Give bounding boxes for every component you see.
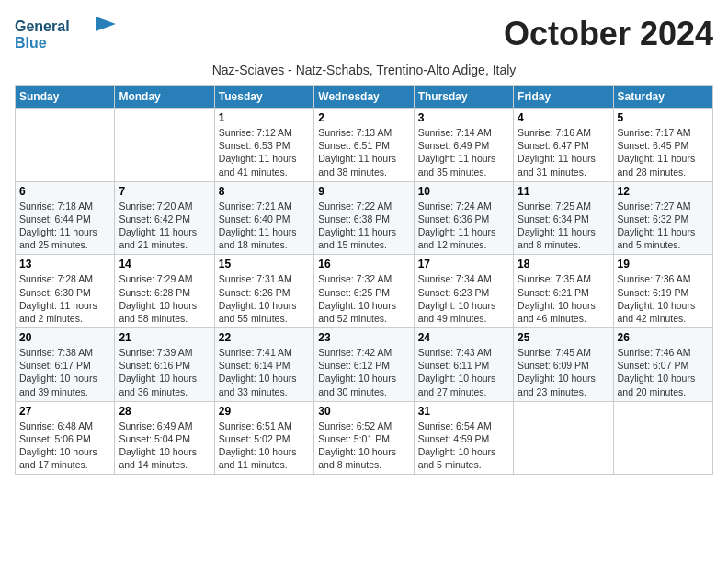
day-number: 25 [518,331,609,344]
calendar-cell: 6Sunrise: 7:18 AMSunset: 6:44 PMDaylight… [16,181,115,255]
day-number: 13 [19,258,110,270]
day-number: 7 [119,185,210,198]
day-detail: Sunrise: 7:17 AMSunset: 6:45 PMDaylight:… [618,126,709,178]
day-detail: Sunrise: 6:52 AMSunset: 5:01 PMDaylight:… [318,419,409,472]
day-number: 12 [618,185,709,198]
calendar-cell: 10Sunrise: 7:24 AMSunset: 6:36 PMDayligh… [414,181,513,255]
day-number: 18 [518,258,609,270]
calendar-cell: 28Sunrise: 6:49 AMSunset: 5:04 PMDayligh… [115,401,214,475]
calendar-cell: 9Sunrise: 7:22 AMSunset: 6:38 PMDaylight… [314,181,414,255]
calendar-cell: 19Sunrise: 7:36 AMSunset: 6:19 PMDayligh… [613,255,712,328]
calendar-cell: 1Sunrise: 7:12 AMSunset: 6:53 PMDaylight… [214,109,313,182]
day-detail: Sunrise: 6:49 AMSunset: 5:04 PMDaylight:… [119,419,210,472]
day-number: 26 [618,331,709,344]
calendar-cell: 4Sunrise: 7:16 AMSunset: 6:47 PMDaylight… [514,109,613,182]
svg-marker-1 [96,17,116,31]
subtitle: Naz-Sciaves - Natz-Schabs, Trentino-Alto… [15,63,713,77]
day-detail: Sunrise: 7:38 AMSunset: 6:17 PMDaylight:… [19,346,110,398]
day-number: 28 [119,405,210,418]
calendar-cell: 12Sunrise: 7:27 AMSunset: 6:32 PMDayligh… [613,181,712,255]
day-detail: Sunrise: 7:14 AMSunset: 6:49 PMDaylight:… [418,126,509,178]
day-detail: Sunrise: 6:51 AMSunset: 5:02 PMDaylight:… [219,419,310,472]
day-of-week-header: Wednesday [314,86,414,109]
calendar-cell: 18Sunrise: 7:35 AMSunset: 6:21 PMDayligh… [514,255,613,328]
day-number: 10 [418,185,509,198]
calendar-cell: 13Sunrise: 7:28 AMSunset: 6:30 PMDayligh… [16,255,115,328]
header: General Blue October 2024 [15,15,713,59]
day-detail: Sunrise: 7:27 AMSunset: 6:32 PMDaylight:… [618,200,709,252]
day-of-week-header: Thursday [414,86,513,109]
calendar-cell: 27Sunrise: 6:48 AMSunset: 5:06 PMDayligh… [16,401,115,475]
day-number: 21 [119,331,210,344]
day-detail: Sunrise: 7:28 AMSunset: 6:30 PMDaylight:… [19,272,110,325]
calendar-cell: 14Sunrise: 7:29 AMSunset: 6:28 PMDayligh… [115,255,214,328]
day-detail: Sunrise: 7:18 AMSunset: 6:44 PMDaylight:… [19,200,110,252]
day-detail: Sunrise: 6:48 AMSunset: 5:06 PMDaylight:… [19,419,110,472]
day-number: 20 [19,331,110,344]
day-number: 27 [19,405,110,418]
calendar-cell: 11Sunrise: 7:25 AMSunset: 6:34 PMDayligh… [514,181,613,255]
calendar-cell: 20Sunrise: 7:38 AMSunset: 6:17 PMDayligh… [16,328,115,402]
day-number: 24 [418,331,509,344]
day-detail: Sunrise: 7:29 AMSunset: 6:28 PMDaylight:… [119,272,210,325]
day-detail: Sunrise: 7:32 AMSunset: 6:25 PMDaylight:… [318,272,409,325]
calendar-cell: 16Sunrise: 7:32 AMSunset: 6:25 PMDayligh… [314,255,414,328]
day-number: 19 [618,258,709,270]
day-detail: Sunrise: 7:39 AMSunset: 6:16 PMDaylight:… [119,346,210,398]
svg-text:Blue: Blue [15,35,47,51]
day-detail: Sunrise: 7:22 AMSunset: 6:38 PMDaylight:… [318,200,409,252]
day-detail: Sunrise: 7:43 AMSunset: 6:11 PMDaylight:… [418,346,509,398]
day-detail: Sunrise: 7:41 AMSunset: 6:14 PMDaylight:… [219,346,310,398]
day-detail: Sunrise: 7:20 AMSunset: 6:42 PMDaylight:… [119,200,210,252]
day-of-week-header: Sunday [16,86,115,109]
day-detail: Sunrise: 7:34 AMSunset: 6:23 PMDaylight:… [418,272,509,325]
day-number: 9 [318,185,409,198]
day-detail: Sunrise: 7:42 AMSunset: 6:12 PMDaylight:… [318,346,409,398]
day-number: 14 [119,258,210,270]
day-number: 31 [418,405,509,418]
day-number: 2 [318,111,409,124]
day-number: 5 [618,111,709,124]
calendar-cell: 22Sunrise: 7:41 AMSunset: 6:14 PMDayligh… [214,328,313,402]
day-number: 17 [418,258,509,270]
calendar-cell: 3Sunrise: 7:14 AMSunset: 6:49 PMDaylight… [414,109,513,182]
day-of-week-header: Friday [514,86,613,109]
day-detail: Sunrise: 7:35 AMSunset: 6:21 PMDaylight:… [518,272,609,325]
calendar-cell [115,109,214,182]
calendar-cell: 25Sunrise: 7:45 AMSunset: 6:09 PMDayligh… [514,328,613,402]
day-number: 16 [318,258,409,270]
day-detail: Sunrise: 7:31 AMSunset: 6:26 PMDaylight:… [219,272,310,325]
day-of-week-header: Monday [115,86,214,109]
calendar-cell: 31Sunrise: 6:54 AMSunset: 4:59 PMDayligh… [414,401,513,475]
logo: General Blue [15,15,116,59]
day-number: 23 [318,331,409,344]
day-detail: Sunrise: 7:12 AMSunset: 6:53 PMDaylight:… [219,126,310,178]
day-number: 1 [219,111,310,124]
day-of-week-header: Tuesday [214,86,313,109]
calendar-cell: 15Sunrise: 7:31 AMSunset: 6:26 PMDayligh… [214,255,313,328]
calendar-cell: 21Sunrise: 7:39 AMSunset: 6:16 PMDayligh… [115,328,214,402]
day-detail: Sunrise: 6:54 AMSunset: 4:59 PMDaylight:… [418,419,509,472]
calendar-cell: 24Sunrise: 7:43 AMSunset: 6:11 PMDayligh… [414,328,513,402]
day-number: 4 [518,111,609,124]
day-detail: Sunrise: 7:45 AMSunset: 6:09 PMDaylight:… [518,346,609,398]
day-detail: Sunrise: 7:25 AMSunset: 6:34 PMDaylight:… [518,200,609,252]
day-number: 22 [219,331,310,344]
calendar-cell: 2Sunrise: 7:13 AMSunset: 6:51 PMDaylight… [314,109,414,182]
calendar-cell: 26Sunrise: 7:46 AMSunset: 6:07 PMDayligh… [613,328,712,402]
day-number: 6 [19,185,110,198]
day-number: 15 [219,258,310,270]
day-detail: Sunrise: 7:46 AMSunset: 6:07 PMDaylight:… [618,346,709,398]
day-detail: Sunrise: 7:24 AMSunset: 6:36 PMDaylight:… [418,200,509,252]
day-detail: Sunrise: 7:16 AMSunset: 6:47 PMDaylight:… [518,126,609,178]
day-number: 30 [318,405,409,418]
calendar-cell: 29Sunrise: 6:51 AMSunset: 5:02 PMDayligh… [214,401,313,475]
day-detail: Sunrise: 7:13 AMSunset: 6:51 PMDaylight:… [318,126,409,178]
day-detail: Sunrise: 7:36 AMSunset: 6:19 PMDaylight:… [618,272,709,325]
calendar-cell: 30Sunrise: 6:52 AMSunset: 5:01 PMDayligh… [314,401,414,475]
svg-text:General: General [15,18,70,34]
calendar-cell: 5Sunrise: 7:17 AMSunset: 6:45 PMDaylight… [613,109,712,182]
calendar-cell: 23Sunrise: 7:42 AMSunset: 6:12 PMDayligh… [314,328,414,402]
day-number: 8 [219,185,310,198]
calendar-table: SundayMondayTuesdayWednesdayThursdayFrid… [15,85,713,475]
